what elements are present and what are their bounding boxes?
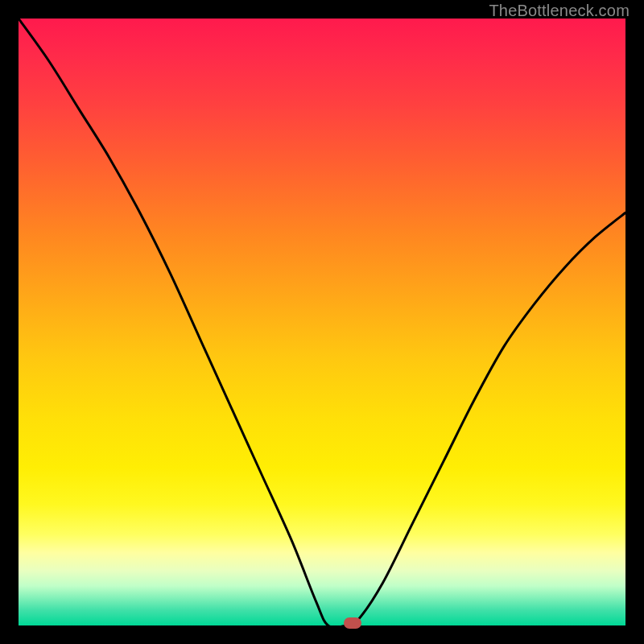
bottleneck-curve bbox=[19, 19, 625, 625]
watermark-text: TheBottleneck.com bbox=[489, 2, 630, 20]
optimal-marker bbox=[344, 617, 361, 629]
chart-container: TheBottleneck.com bbox=[0, 0, 644, 644]
plot-area bbox=[19, 19, 625, 625]
